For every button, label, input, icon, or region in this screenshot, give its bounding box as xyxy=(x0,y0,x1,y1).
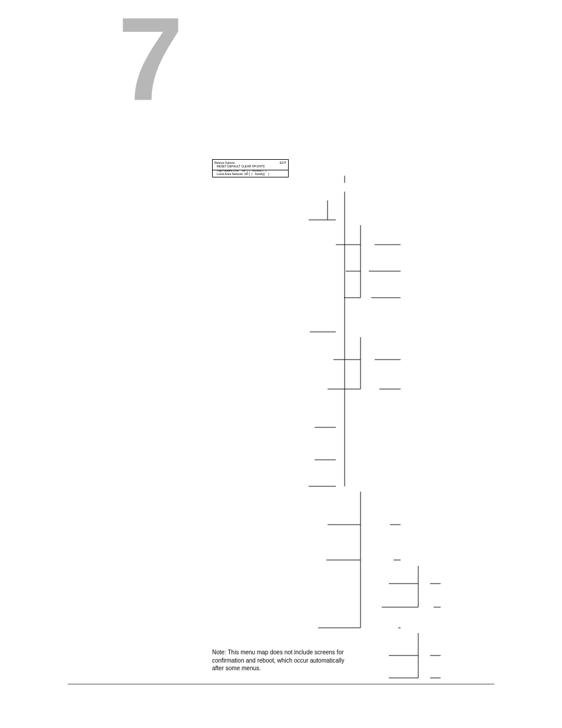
note-text: Note: This menu map does not include scr… xyxy=(212,648,345,673)
page-footer-rule xyxy=(68,684,494,684)
exit: EXIT xyxy=(280,161,286,164)
connector-lines xyxy=(212,159,501,690)
body: RESET DEFAULT CLEAR XPOINTS xyxy=(214,164,286,168)
box-reboot-options: Reboot OptionsEXIT RESET DEFAULT CLEAR X… xyxy=(212,159,289,170)
chapter-number: 7 xyxy=(118,12,176,106)
